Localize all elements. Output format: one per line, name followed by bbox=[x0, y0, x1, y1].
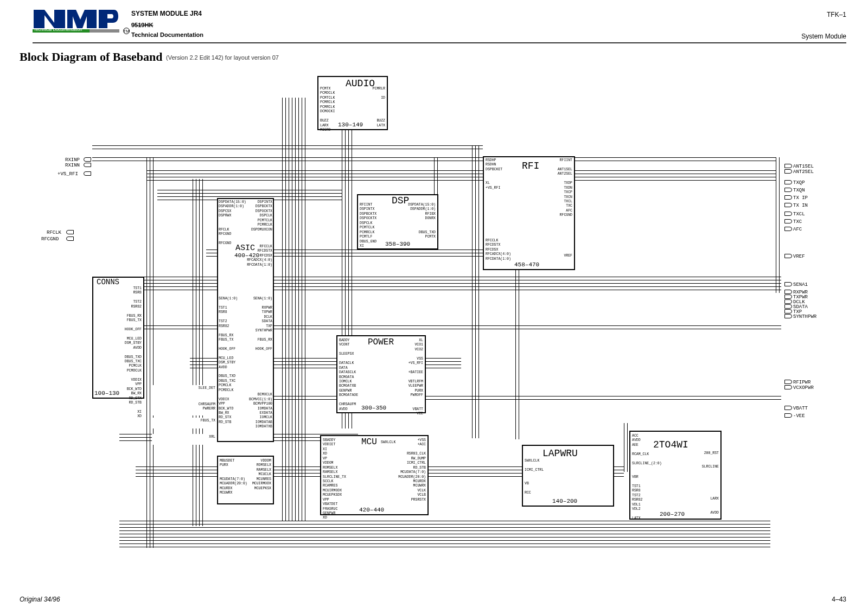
lapwru-range: 140–200 bbox=[552, 498, 577, 504]
port-sym-ant2sel bbox=[784, 169, 792, 174]
mcu-block: MCU SBADDY VDDIET XI XD VP VDDOM ROMSELX… bbox=[320, 435, 429, 515]
mcu-label: MCU bbox=[361, 437, 377, 447]
footer-right: 4–43 bbox=[832, 596, 846, 603]
power-range: 300–350 bbox=[361, 405, 386, 411]
asic-mcu-sub: MBUSDET PURX MCUDATA(7:0) MCUADDR(20:0) … bbox=[217, 456, 274, 504]
audio-pins-right: PCMRLR ID BUZZ LATX bbox=[373, 87, 385, 128]
port-sym-txc bbox=[784, 219, 792, 223]
conns-label: CONNS bbox=[97, 278, 119, 286]
port-sym-txip bbox=[784, 195, 792, 200]
header-tech-doc: Technical Documentation bbox=[131, 31, 203, 38]
port-ant2sel: ANT2SEL bbox=[793, 169, 814, 175]
port-vcxopwr: VCXOPWR bbox=[793, 385, 814, 391]
mcu-pins-l: SBADDY VDDIET XI XD VP VDDOM ROMSELX RAM… bbox=[323, 438, 346, 521]
port-sym-rxpwr bbox=[784, 290, 792, 294]
header-code: 9519HK bbox=[131, 22, 153, 28]
asic-sub1: SLEE_DET bbox=[152, 385, 217, 401]
asic-fbus: FBUS_TX bbox=[201, 419, 215, 423]
port-sym-synthpwr bbox=[784, 314, 792, 318]
port-txin: TX IN bbox=[793, 203, 808, 208]
page-title-sub: (Version 2.2 Edit 142) for layout versio… bbox=[166, 54, 279, 61]
audio-range: 130–149 bbox=[338, 121, 363, 128]
rfi-pins-rb: VREF bbox=[564, 254, 572, 258]
port-rxinn: RXINN bbox=[65, 163, 80, 168]
port-sym-ant1sel bbox=[784, 164, 792, 168]
port-vsrfi: +VS_RFI bbox=[58, 171, 78, 177]
dsp-range: 358–390 bbox=[385, 241, 410, 247]
port-sena1: SENA1 bbox=[793, 282, 808, 287]
asic-sleedet: SLEE_DET bbox=[199, 386, 215, 391]
port-sym-txin bbox=[784, 203, 792, 207]
port-vref: VREF bbox=[793, 254, 805, 259]
port-sym-rfcgnd bbox=[66, 236, 74, 241]
dsp-block: DSP RFIINT DSPINTX DSPBCKTX DSPOCKTX DSP… bbox=[357, 194, 438, 250]
audio-label: AUDIO bbox=[346, 78, 375, 89]
asic-xrl: XRL bbox=[209, 435, 215, 439]
conns-range: 100–130 bbox=[94, 390, 119, 396]
port-sym-rxinp bbox=[84, 157, 91, 162]
rfi-block: RFI RSDHP RSDHN DSPBCKET XL +VS_RFI RFII… bbox=[483, 156, 575, 270]
port-sym-sdata bbox=[784, 304, 792, 309]
port-txqn: TXQN bbox=[793, 188, 805, 193]
lapwru-pins-l: SWXLCLK ICMI_CTRL VB RCC bbox=[525, 459, 544, 496]
mcu-pins-c: SWXLCLK bbox=[381, 440, 395, 445]
conns-pins: TST1 RSR8 TST2 RSR82 FBUS_RX FBUS_TX HOO… bbox=[125, 286, 142, 419]
port-sym-rfipwr bbox=[784, 380, 792, 384]
asic-mcu-r: VDDDM ROMSELX RAMSELX MCUCLK MCUNRES MCU… bbox=[252, 459, 271, 491]
rfi-pins-rt: RFIINT ANT1SEL ANT2SEL TXDP TXDN TXCP TX… bbox=[558, 158, 572, 218]
port-sym-txqn bbox=[784, 188, 792, 192]
trademark-icon: TM bbox=[123, 28, 130, 34]
rfi-pins-lb: RFCCLK RFCDSTX RFCDSX RFCADCX(4:0) RFCDA… bbox=[486, 239, 511, 261]
asic-pins-rm: RFCCLK RFCDSTX RFCDSX RFCADCX(4:0) RFCDA… bbox=[247, 245, 272, 267]
port-txip: TX IP bbox=[793, 195, 808, 201]
rfi-range: 458–470 bbox=[514, 261, 539, 268]
asic-pins-rb: SENA(1:0) RXPWR TXPWR DCLK SDATA TXP SYN… bbox=[249, 297, 272, 430]
block-diagram: AUDIO PCMTX PCMDCLK PCMTCLK PCMRCLK PCMR… bbox=[54, 76, 814, 575]
dsp-label: DSP bbox=[392, 195, 409, 206]
port-rfipwr: RFIPWR bbox=[793, 380, 810, 385]
logo-overlay-text: Technical Documentation bbox=[34, 27, 82, 32]
asic-mcu-l: MBUSDET PURX MCUDATA(7:0) MCUADDR(20:0) … bbox=[220, 459, 247, 496]
asic-pins-lt: DSPDATA(15:0) DSPADDR(1:0) DSPCSX DSPRWX… bbox=[219, 200, 246, 246]
port-sym-rxinn bbox=[84, 163, 91, 167]
conns-block: CONNS TST1 RSR8 TST2 RSR82 FBUS_RX FBUS_… bbox=[92, 277, 144, 399]
dsp-pins-left: RFIINT DSPINTX DSPBCKTX DSPOCKTX DSPCLK … bbox=[360, 203, 376, 248]
port-ant1sel: ANT1SEL bbox=[793, 164, 814, 169]
asic-sub3: FBUS_TX bbox=[152, 418, 217, 428]
twowi-block: 2TO4WI ACC AVDD AEE RCAM_CLK SLRCLINE_(2… bbox=[629, 431, 722, 520]
port-sym-vbatt bbox=[784, 406, 792, 410]
lapwru-label: LAPWRU bbox=[542, 448, 578, 459]
page-title: Block Diagram of Baseband bbox=[20, 50, 162, 64]
port-sym-vee bbox=[784, 413, 792, 418]
asic-sub2: CHRSAUFM PWRERR bbox=[152, 401, 217, 415]
header-tfk: TFK–1 bbox=[827, 11, 846, 18]
port-sym-sena1 bbox=[784, 282, 792, 286]
mcu-range: 420–440 bbox=[359, 507, 384, 513]
power-label: POWER bbox=[368, 337, 394, 347]
rfi-label: RFI bbox=[522, 161, 539, 171]
power-pins-r: XL VCO1 VCO2 VSS +VS_RFI +BATIEE VBTLRFM… bbox=[409, 338, 423, 416]
port-vbatt: VBATT bbox=[793, 406, 808, 411]
port-sym-dclk bbox=[784, 299, 792, 304]
port-sym-afc bbox=[784, 227, 792, 231]
power-pins-l: BADDY VCONT SLEEPSX DATACLK DATA DATASCL… bbox=[339, 338, 358, 412]
audio-block: AUDIO PCMTX PCMDCLK PCMTCLK PCMRCLK PCMR… bbox=[317, 76, 388, 130]
port-sym-vcxopwr bbox=[784, 385, 792, 389]
port-sym-txp bbox=[784, 309, 792, 314]
port-sym-txpwr bbox=[784, 295, 792, 299]
asic-sub4: XRL bbox=[152, 434, 217, 445]
port-afc: AFC bbox=[793, 227, 802, 232]
port-sym-vsrfi bbox=[84, 171, 91, 176]
header-system-module: SYSTEM MODULE JR4 bbox=[131, 10, 202, 17]
footer-left: Original 34/96 bbox=[20, 596, 60, 603]
power-block: POWER BADDY VCONT SLEEPSX DATACLK DATA D… bbox=[336, 335, 426, 413]
port-txcl: TXCL bbox=[793, 212, 805, 217]
port-rfclk: RFCLK bbox=[47, 230, 61, 235]
port-txqp: TXQP bbox=[793, 180, 805, 186]
twowi-pins-r: 200_RST SLRCLINE LARX AVDD bbox=[702, 451, 719, 515]
header-rule bbox=[33, 42, 846, 43]
port-synthpwr: SYNTHPWR bbox=[793, 314, 816, 319]
port-sym-txqp bbox=[784, 180, 792, 184]
port-sym-rfclk bbox=[66, 230, 74, 234]
port-rxinp: RXINP bbox=[65, 157, 80, 163]
